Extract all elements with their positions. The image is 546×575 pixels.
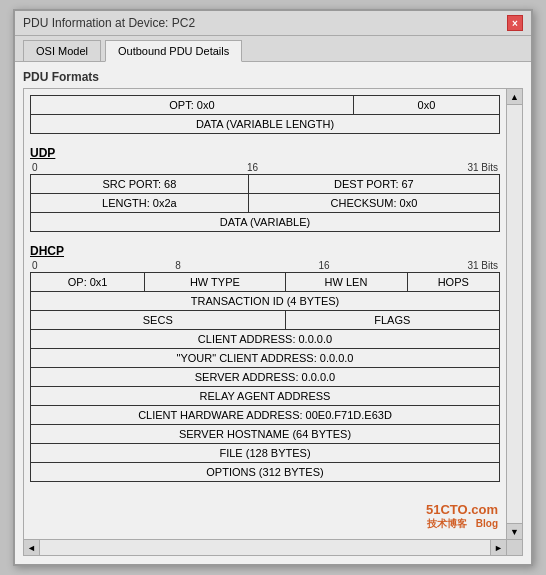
tab-outbound-pdu[interactable]: Outbound PDU Details — [105, 40, 242, 62]
transaction-id-cell: TRANSACTION ID (4 BYTES) — [31, 292, 500, 311]
src-port-cell: SRC PORT: 68 — [31, 175, 249, 194]
relay-agent-address-cell: RELAY AGENT ADDRESS — [31, 387, 500, 406]
data-variable-udp-cell: DATA (VARIABLE) — [31, 213, 500, 232]
close-button[interactable]: × — [507, 15, 523, 31]
opt-val-cell: 0x0 — [353, 96, 499, 115]
tab-osi-model[interactable]: OSI Model — [23, 40, 101, 61]
dhcp-bits-16: 16 — [319, 260, 330, 271]
table-row: SERVER ADDRESS: 0.0.0.0 — [31, 368, 500, 387]
table-row: TRANSACTION ID (4 BYTES) — [31, 292, 500, 311]
table-row: "YOUR" CLIENT ADDRESS: 0.0.0.0 — [31, 349, 500, 368]
top-table: OPT: 0x0 0x0 DATA (VARIABLE LENGTH) — [30, 95, 500, 134]
scroll-right-button[interactable]: ► — [490, 540, 506, 555]
dhcp-label: DHCP — [30, 244, 500, 258]
section-title: PDU Formats — [23, 70, 523, 84]
dhcp-section: DHCP 0 8 16 31 Bits OP: 0x1 HW TYPE HW L… — [30, 244, 500, 482]
length-cell: LENGTH: 0x2a — [31, 194, 249, 213]
file-cell: FILE (128 BYTES) — [31, 444, 500, 463]
table-row: SECS FLAGS — [31, 311, 500, 330]
your-client-address-cell: "YOUR" CLIENT ADDRESS: 0.0.0.0 — [31, 349, 500, 368]
dhcp-bits-left: 0 — [32, 260, 38, 271]
table-row: LENGTH: 0x2a CHECKSUM: 0x0 — [31, 194, 500, 213]
flags-cell: FLAGS — [285, 311, 500, 330]
udp-table: SRC PORT: 68 DEST PORT: 67 LENGTH: 0x2a … — [30, 174, 500, 232]
op-cell: OP: 0x1 — [31, 273, 145, 292]
udp-label: UDP — [30, 146, 500, 160]
scroll-left-button[interactable]: ◄ — [24, 540, 40, 555]
client-address-cell: CLIENT ADDRESS: 0.0.0.0 — [31, 330, 500, 349]
dhcp-bits-row: 0 8 16 31 Bits — [30, 260, 500, 271]
table-row: OPTIONS (312 BYTES) — [31, 463, 500, 482]
udp-bits-right: 31 Bits — [467, 162, 498, 173]
table-row: OP: 0x1 HW TYPE HW LEN HOPS — [31, 273, 500, 292]
table-row: FILE (128 BYTES) — [31, 444, 500, 463]
dhcp-bits-8: 8 — [175, 260, 181, 271]
watermark: 51CTO.com 技术博客 Blog — [426, 502, 498, 531]
watermark-line2: 技术博客 Blog — [426, 517, 498, 531]
table-row: CLIENT HARDWARE ADDRESS: 00E0.F71D.E63D — [31, 406, 500, 425]
server-hostname-cell: SERVER HOSTNAME (64 BYTES) — [31, 425, 500, 444]
data-variable-cell: DATA (VARIABLE LENGTH) — [31, 115, 500, 134]
hw-type-cell: HW TYPE — [145, 273, 285, 292]
table-row: SERVER HOSTNAME (64 BYTES) — [31, 425, 500, 444]
client-hw-address-cell: CLIENT HARDWARE ADDRESS: 00E0.F71D.E63D — [31, 406, 500, 425]
dhcp-bits-right: 31 Bits — [467, 260, 498, 271]
dest-port-cell: DEST PORT: 67 — [248, 175, 499, 194]
table-row: RELAY AGENT ADDRESS — [31, 387, 500, 406]
hops-cell: HOPS — [407, 273, 500, 292]
udp-bits-left: 0 — [32, 162, 38, 173]
tab-bar: OSI Model Outbound PDU Details — [15, 36, 531, 62]
table-row: CLIENT ADDRESS: 0.0.0.0 — [31, 330, 500, 349]
table-row: DATA (VARIABLE LENGTH) — [31, 115, 500, 134]
hw-len-cell: HW LEN — [285, 273, 407, 292]
opt-cell: OPT: 0x0 — [31, 96, 354, 115]
table-row: DATA (VARIABLE) — [31, 213, 500, 232]
dhcp-table: OP: 0x1 HW TYPE HW LEN HOPS TRANSACTION … — [30, 272, 500, 482]
watermark-line1: 51CTO.com — [426, 502, 498, 517]
title-bar: PDU Information at Device: PC2 × — [15, 11, 531, 36]
scroll-content: OPT: 0x0 0x0 DATA (VARIABLE LENGTH) UDP … — [24, 89, 506, 539]
window-title: PDU Information at Device: PC2 — [23, 16, 195, 30]
secs-cell: SECS — [31, 311, 286, 330]
udp-bits-mid: 16 — [247, 162, 258, 173]
options-cell: OPTIONS (312 BYTES) — [31, 463, 500, 482]
table-row: OPT: 0x0 0x0 — [31, 96, 500, 115]
udp-bits-row: 0 16 31 Bits — [30, 162, 500, 173]
checksum-cell: CHECKSUM: 0x0 — [248, 194, 499, 213]
udp-section: UDP 0 16 31 Bits SRC PORT: 68 DEST PORT:… — [30, 146, 500, 232]
content-area: PDU Formats ▲ ▼ ◄ ► — [15, 62, 531, 564]
scroll-down-button[interactable]: ▼ — [507, 523, 522, 539]
scroll-up-button[interactable]: ▲ — [507, 89, 522, 105]
top-proto-section: OPT: 0x0 0x0 DATA (VARIABLE LENGTH) — [30, 95, 500, 134]
server-address-cell: SERVER ADDRESS: 0.0.0.0 — [31, 368, 500, 387]
main-window: PDU Information at Device: PC2 × OSI Mod… — [13, 9, 533, 566]
table-row: SRC PORT: 68 DEST PORT: 67 — [31, 175, 500, 194]
